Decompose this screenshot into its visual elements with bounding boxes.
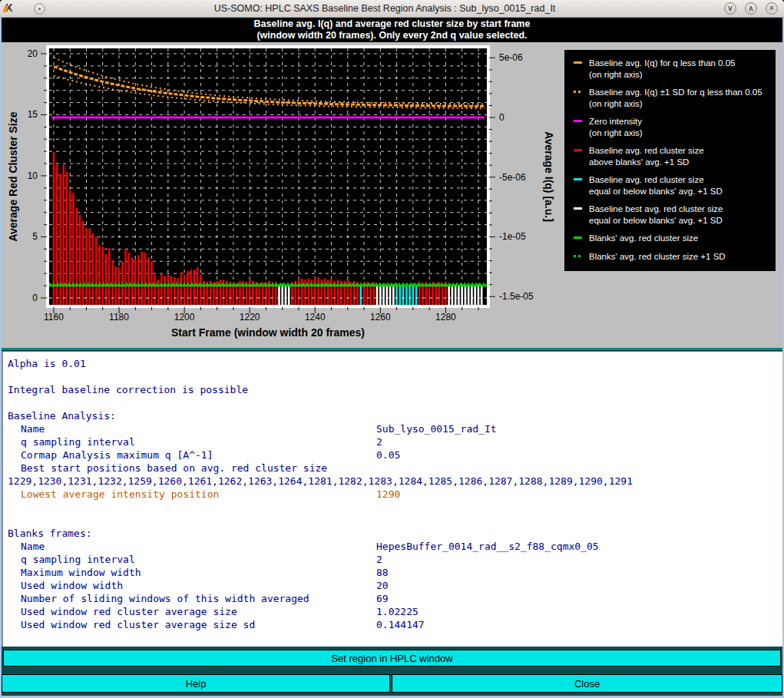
lowest-intensity-row: Lowest average intensity position1290 bbox=[8, 488, 782, 501]
left-axis-title: Average Red Cluster Size bbox=[3, 42, 23, 311]
cyan-bar-swatch bbox=[574, 178, 582, 180]
cluster-bar bbox=[95, 237, 98, 305]
cluster-bar bbox=[324, 279, 326, 305]
legend-entry: Baseline best avg. red cluster sizeequal… bbox=[572, 203, 769, 226]
cluster-bar bbox=[360, 284, 362, 305]
cluster-bar bbox=[288, 284, 290, 305]
white-bar-swatch bbox=[574, 207, 582, 210]
report-row: Maximum window width88 bbox=[8, 566, 782, 579]
svg-text:5: 5 bbox=[32, 231, 38, 242]
cluster-bar bbox=[108, 248, 111, 305]
cluster-bar bbox=[304, 280, 306, 305]
svg-text:10: 10 bbox=[28, 170, 38, 181]
svg-text:20: 20 bbox=[28, 48, 38, 59]
magenta-line-swatch bbox=[574, 120, 582, 122]
cluster-bar bbox=[141, 252, 144, 305]
right-axis-title: Average I(q) [a.u.] bbox=[539, 42, 559, 311]
cluster-bar bbox=[402, 284, 405, 305]
svg-text:1280: 1280 bbox=[435, 312, 456, 323]
best-positions-label: Best start positions based on avg. red c… bbox=[8, 461, 782, 475]
cluster-bar bbox=[409, 286, 411, 305]
cluster-bar bbox=[79, 215, 81, 305]
cluster-bar bbox=[137, 255, 140, 305]
svg-text:1200: 1200 bbox=[174, 312, 195, 323]
best-positions-list: 1229,1230,1231,1232,1259,1260,1261,1262,… bbox=[8, 475, 782, 488]
analysis-report: Alpha is 0.01 Integral baseline correcti… bbox=[2, 351, 782, 647]
cluster-bar bbox=[127, 253, 130, 305]
report-row: Number of sliding windows of this width … bbox=[8, 592, 782, 605]
app-window: US-SOMO: HPLC SAXS Baseline Best Region … bbox=[0, 0, 784, 698]
legend-entry: Baseline avg. I(q) ±1 SD for q less than… bbox=[572, 87, 769, 109]
cluster-bar bbox=[389, 284, 392, 305]
set-region-button[interactable]: Set region in HPLC window bbox=[3, 650, 781, 667]
cluster-bar bbox=[317, 277, 319, 305]
cluster-bar bbox=[69, 190, 71, 305]
close-button[interactable]: Close bbox=[392, 674, 782, 693]
cluster-bar bbox=[452, 286, 454, 305]
chart-banner: Baseline avg. I(q) and average red clust… bbox=[0, 18, 784, 42]
cluster-bar bbox=[399, 286, 402, 305]
titlebar: US-SOMO: HPLC SAXS Baseline Best Region … bbox=[0, 0, 784, 18]
window-menu-button[interactable] bbox=[34, 3, 45, 15]
svg-text:-1e-05: -1e-05 bbox=[499, 231, 526, 242]
svg-text:1240: 1240 bbox=[305, 312, 326, 323]
cluster-bar bbox=[481, 286, 483, 305]
x-axis-title: Start Frame (window width 20 frames) bbox=[49, 326, 487, 339]
cluster-bar bbox=[177, 279, 179, 305]
cluster-bar bbox=[346, 280, 349, 305]
cluster-bar bbox=[85, 228, 88, 305]
cluster-bar bbox=[376, 284, 379, 305]
maximize-icon[interactable]: ∧ bbox=[745, 2, 757, 15]
alpha-line: Alpha is 0.01 bbox=[8, 357, 782, 370]
cluster-bar bbox=[478, 284, 480, 305]
cluster-bar bbox=[144, 253, 147, 305]
cluster-bar bbox=[458, 286, 460, 305]
cluster-bar bbox=[170, 276, 173, 305]
cluster-bar bbox=[455, 284, 457, 305]
svg-text:15: 15 bbox=[28, 109, 38, 120]
cluster-bar bbox=[392, 284, 395, 305]
cluster-bar bbox=[382, 284, 385, 305]
orange-dotted-swatch bbox=[574, 91, 582, 93]
cluster-bar bbox=[190, 270, 192, 305]
button-bar: Set region in HPLC window Help Close bbox=[2, 647, 782, 696]
svg-text:1180: 1180 bbox=[109, 312, 129, 323]
svg-text:5e-06: 5e-06 bbox=[499, 52, 523, 63]
cluster-bar bbox=[53, 153, 55, 305]
cluster-bar bbox=[194, 270, 196, 305]
cluster-bar bbox=[468, 286, 470, 305]
svg-text:0: 0 bbox=[499, 112, 504, 123]
cluster-bar bbox=[405, 284, 408, 305]
cluster-bar bbox=[101, 246, 104, 305]
svg-text:1260: 1260 bbox=[370, 312, 391, 323]
cluster-bar bbox=[62, 165, 65, 305]
cluster-bar bbox=[412, 284, 415, 305]
report-row: NameSub_lyso_0015_rad_It bbox=[8, 422, 782, 435]
legend-entry: Baseline avg. red cluster sizeabove blan… bbox=[572, 145, 769, 167]
cluster-bar bbox=[285, 286, 287, 305]
report-row: Used window red cluster average size sd0… bbox=[8, 618, 782, 631]
blanks-section-header: Blanks frames: bbox=[8, 527, 782, 540]
svg-text:-1.5e-05: -1.5e-05 bbox=[499, 291, 534, 302]
cluster-bar bbox=[180, 273, 183, 305]
cluster-bar bbox=[314, 279, 316, 305]
cluster-bar bbox=[471, 284, 473, 305]
legend-entry: Baseline avg. red cluster sizeequal or b… bbox=[572, 174, 769, 197]
cluster-bar bbox=[281, 284, 283, 305]
close-icon[interactable]: × bbox=[766, 2, 778, 15]
cluster-bar bbox=[174, 277, 176, 305]
baseline-section-header: Baseline Analysis: bbox=[8, 409, 782, 422]
svg-text:1160: 1160 bbox=[44, 312, 64, 323]
cluster-bar bbox=[160, 273, 163, 305]
chart-banner-line1: Baseline avg. I(q) and average red clust… bbox=[0, 18, 784, 30]
report-row: NameHepesBuffer_0014_rad__s2_f88_cqmx0_0… bbox=[8, 540, 782, 553]
help-button[interactable]: Help bbox=[2, 674, 390, 693]
integral-line: Integral baseline correction is possible bbox=[8, 383, 782, 396]
minimize-icon[interactable]: ∨ bbox=[724, 2, 736, 15]
window-title: US-SOMO: HPLC SAXS Baseline Best Region … bbox=[45, 3, 724, 14]
svg-text:1220: 1220 bbox=[240, 312, 260, 323]
cluster-bar bbox=[200, 275, 202, 305]
legend-entry: Blanks' avg. red cluster size +1 SD bbox=[572, 251, 769, 263]
cluster-bar bbox=[72, 193, 74, 305]
legend-entry: Blanks' avg. red cluster size bbox=[572, 233, 769, 244]
